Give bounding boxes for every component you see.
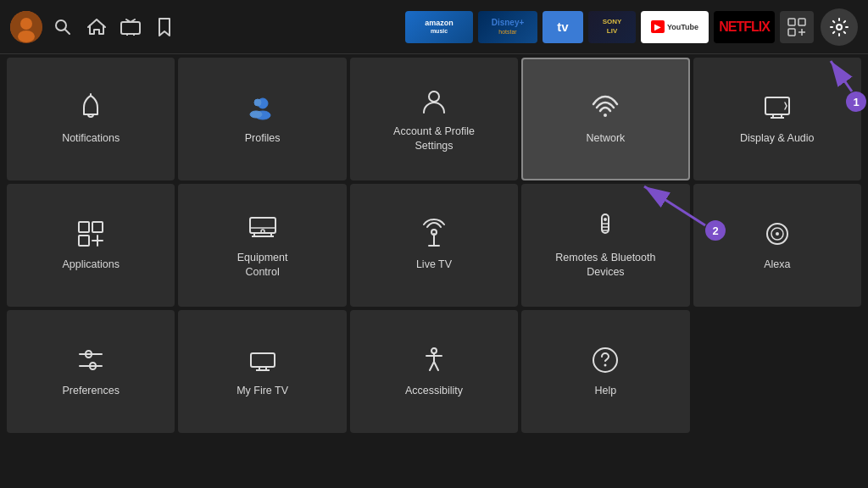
bell-icon bbox=[75, 92, 106, 123]
svg-point-3 bbox=[56, 20, 66, 30]
svg-line-4 bbox=[65, 30, 70, 34]
apps-icon bbox=[75, 219, 106, 249]
applications-label: Applications bbox=[62, 258, 119, 271]
live-tv-label: Live TV bbox=[416, 258, 452, 271]
app-disney-hotstar[interactable]: Disney+ hotstar bbox=[478, 11, 537, 43]
accessibility-icon bbox=[419, 345, 449, 375]
svg-point-2 bbox=[18, 30, 35, 42]
tile-live-tv[interactable]: Live TV bbox=[350, 184, 518, 307]
profiles-icon bbox=[248, 92, 278, 123]
tile-help[interactable]: Help bbox=[521, 310, 689, 433]
svg-point-36 bbox=[261, 230, 264, 233]
my-fire-tv-label: My Fire TV bbox=[236, 384, 288, 397]
alexa-label: Alexa bbox=[764, 258, 790, 271]
svg-point-19 bbox=[250, 111, 262, 118]
nav-apps: amazon music Disney+ hotstar tv SONYLIV … bbox=[405, 11, 814, 43]
tile-network[interactable]: Network bbox=[521, 58, 689, 180]
app-netflix[interactable]: NETFLIX bbox=[714, 11, 775, 43]
network-label: Network bbox=[586, 131, 625, 145]
display-icon bbox=[762, 92, 793, 123]
svg-rect-52 bbox=[251, 353, 275, 367]
navbar: amazon music Disney+ hotstar tv SONYLIV … bbox=[0, 0, 868, 54]
svg-rect-10 bbox=[788, 29, 795, 36]
app-youtube[interactable]: ▶ YouTube bbox=[641, 11, 709, 43]
home-icon[interactable] bbox=[83, 14, 110, 41]
accessibility-label: Accessibility bbox=[405, 384, 463, 397]
sliders-icon bbox=[75, 345, 106, 375]
fire-tv-icon bbox=[248, 345, 278, 375]
svg-rect-26 bbox=[79, 222, 89, 232]
app-grid-icon[interactable] bbox=[780, 11, 814, 43]
svg-point-17 bbox=[254, 99, 261, 106]
app-sony-liv[interactable]: SONYLIV bbox=[588, 11, 636, 43]
svg-rect-31 bbox=[250, 218, 275, 233]
preferences-label: Preferences bbox=[62, 384, 119, 397]
tile-equipment-control[interactable]: Equipment Control bbox=[178, 184, 346, 307]
app-amazon-music[interactable]: amazon music bbox=[405, 11, 473, 43]
tile-account-profile-settings[interactable]: Account & Profile Settings bbox=[350, 58, 518, 180]
svg-point-20 bbox=[429, 92, 439, 102]
remotes-bluetooth-label: Remotes & Bluetooth Devices bbox=[555, 251, 655, 279]
svg-point-59 bbox=[604, 364, 607, 367]
tile-display-audio[interactable]: Display & Audio bbox=[693, 58, 861, 180]
equipment-control-label: Equipment Control bbox=[237, 251, 288, 279]
svg-rect-28 bbox=[79, 236, 89, 246]
tile-alexa[interactable]: Alexa bbox=[693, 184, 861, 307]
wifi-icon bbox=[590, 92, 620, 123]
display-audio-label: Display & Audio bbox=[740, 131, 815, 145]
tile-notifications[interactable]: Notifications bbox=[7, 58, 175, 180]
profiles-label: Profiles bbox=[245, 131, 281, 145]
notifications-label: Notifications bbox=[62, 131, 120, 145]
svg-point-47 bbox=[776, 232, 779, 236]
remote-icon bbox=[590, 212, 620, 242]
app-tv[interactable]: tv bbox=[542, 11, 583, 43]
bookmark-icon[interactable] bbox=[151, 14, 178, 41]
svg-point-39 bbox=[431, 230, 437, 235]
tv-icon[interactable] bbox=[117, 14, 144, 41]
svg-point-13 bbox=[837, 25, 842, 30]
monitor-icon bbox=[248, 212, 278, 242]
tile-accessibility[interactable]: Accessibility bbox=[350, 310, 518, 433]
tile-remotes-bluetooth[interactable]: Remotes & Bluetooth Devices bbox=[521, 184, 689, 307]
svg-rect-8 bbox=[788, 19, 795, 25]
tile-applications[interactable]: Applications bbox=[7, 184, 175, 307]
settings-button[interactable] bbox=[821, 8, 858, 46]
svg-rect-22 bbox=[765, 97, 789, 114]
svg-point-1 bbox=[20, 18, 32, 30]
svg-point-21 bbox=[604, 114, 607, 117]
search-icon[interactable] bbox=[49, 14, 76, 41]
account-profile-settings-label: Account & Profile Settings bbox=[393, 125, 475, 152]
svg-point-41 bbox=[604, 218, 607, 221]
antenna-icon bbox=[419, 219, 449, 249]
tile-profiles[interactable]: Profiles bbox=[178, 58, 346, 180]
svg-rect-27 bbox=[92, 222, 103, 232]
help-label: Help bbox=[595, 384, 617, 397]
person-icon bbox=[419, 86, 449, 116]
tile-my-fire-tv[interactable]: My Fire TV bbox=[178, 310, 346, 433]
svg-rect-5 bbox=[121, 22, 140, 34]
avatar[interactable] bbox=[10, 11, 42, 43]
tile-preferences[interactable]: Preferences bbox=[7, 310, 175, 433]
settings-grid: Notifications Profiles Account & Profile… bbox=[0, 54, 868, 436]
svg-rect-9 bbox=[798, 19, 805, 25]
alexa-icon bbox=[762, 219, 793, 249]
help-icon bbox=[590, 345, 620, 375]
